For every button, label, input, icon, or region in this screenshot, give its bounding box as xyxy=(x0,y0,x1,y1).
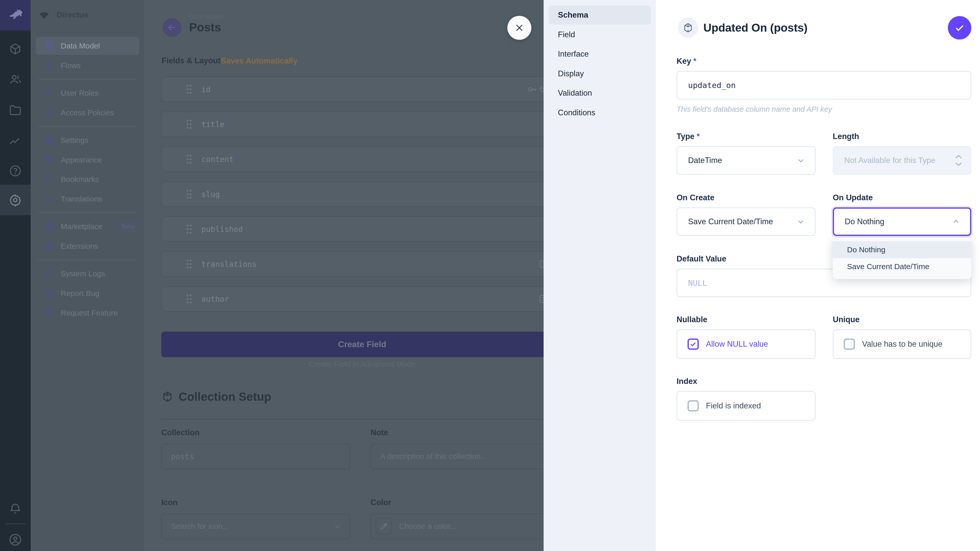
field-row-published[interactable]: published xyxy=(161,216,544,242)
collection-input[interactable]: posts xyxy=(161,444,350,469)
sidebar-item-label: Flows xyxy=(61,61,81,70)
sidebar-item-system-logs[interactable]: System Logs xyxy=(36,265,139,283)
sidebar-item-bookmarks[interactable]: Bookmarks xyxy=(36,170,139,188)
length-input: Not Available for this Type xyxy=(833,146,971,175)
icon-placeholder: Search for icon... xyxy=(171,522,229,530)
bug-icon xyxy=(44,288,55,299)
extensions-icon xyxy=(44,241,55,251)
sidebar-item-data-model[interactable]: Data Model xyxy=(36,37,139,55)
index-checkbox-label: Field is indexed xyxy=(706,401,761,410)
default-value-placeholder: NULL xyxy=(688,278,707,287)
icon-label: Icon xyxy=(161,498,178,507)
nullable-checkbox-label: Allow NULL value xyxy=(706,340,768,349)
sidebar-item-appearance[interactable]: Appearance xyxy=(36,151,139,169)
field-row-translations[interactable]: translations xyxy=(161,251,544,277)
checkbox-unchecked-icon[interactable] xyxy=(844,338,855,350)
sidebar-item-user-roles[interactable]: User Roles xyxy=(36,84,139,102)
field-key: slug xyxy=(201,190,220,199)
bookmark-icon xyxy=(44,174,55,185)
tab-field[interactable]: Field xyxy=(549,25,651,44)
sidebar-item-label: Request Feature xyxy=(61,309,118,318)
color-placeholder: Choose a color... xyxy=(399,522,457,530)
drawer-header-icon-button[interactable] xyxy=(678,17,698,38)
sidebar-item-flows[interactable]: Flows xyxy=(36,57,139,75)
drawer-nav: Schema Field Interface Display Validatio… xyxy=(544,0,656,551)
notifications-bell-icon[interactable] xyxy=(0,493,30,524)
field-row-id[interactable]: id xyxy=(161,76,544,102)
checkbox-checked-icon[interactable] xyxy=(687,338,699,350)
content-module-icon[interactable] xyxy=(0,34,30,64)
on-update-select[interactable]: Do Nothing xyxy=(833,207,971,236)
nullable-label: Nullable xyxy=(676,315,708,324)
eyedropper-icon[interactable] xyxy=(375,518,392,534)
users-module-icon[interactable] xyxy=(0,64,30,95)
files-module-icon[interactable] xyxy=(0,95,30,125)
index-checkbox-box[interactable]: Field is indexed xyxy=(676,391,816,421)
directus-logo[interactable] xyxy=(0,0,30,30)
sidebar-item-label: User Roles xyxy=(61,89,99,97)
sidebar-divider xyxy=(38,259,137,260)
default-value-label: Default Value xyxy=(676,254,726,264)
drag-handle-icon xyxy=(186,224,192,235)
field-row-title[interactable]: title* xyxy=(161,111,544,137)
sidebar-item-label: System Logs xyxy=(61,269,105,278)
type-select[interactable]: DateTime xyxy=(676,146,816,175)
tab-conditions[interactable]: Conditions xyxy=(549,103,651,122)
collection-setup-heading: Collection Setup xyxy=(161,390,271,403)
sidebar-item-settings[interactable]: Settings xyxy=(36,131,139,149)
chevron-up-icon xyxy=(951,216,961,227)
field-row-content[interactable]: content* xyxy=(161,146,544,172)
tab-schema[interactable]: Schema xyxy=(549,6,651,24)
breadcrumb[interactable]: Data Model xyxy=(189,13,223,21)
create-field-advanced-link[interactable]: Create Field in Advanced Mode xyxy=(161,357,544,372)
tab-display[interactable]: Display xyxy=(549,64,651,83)
length-label: Length xyxy=(833,132,859,141)
user-avatar-icon[interactable] xyxy=(0,524,30,551)
sidebar-item-marketplace[interactable]: Marketplace Beta xyxy=(36,218,139,235)
nullable-checkbox-box[interactable]: Allow NULL value xyxy=(676,329,816,359)
note-label: Note xyxy=(371,428,388,437)
unique-checkbox-box[interactable]: Value has to be unique xyxy=(833,329,971,359)
settings-module-icon[interactable] xyxy=(0,185,30,215)
checkbox-unchecked-icon[interactable] xyxy=(687,400,699,411)
shield-user-icon xyxy=(44,107,55,118)
save-button[interactable] xyxy=(948,16,971,40)
sidebar-item-request-feature[interactable]: Request Feature xyxy=(36,304,139,322)
sidebar-item-extensions[interactable]: Extensions xyxy=(36,237,139,255)
database-icon xyxy=(44,41,55,51)
required-star: * xyxy=(694,57,697,65)
note-input[interactable]: A description of this collection... xyxy=(371,444,544,469)
menu-option-do-nothing[interactable]: Do Nothing xyxy=(833,241,971,258)
user-roles-icon xyxy=(44,88,55,98)
create-field-button[interactable]: Create Field xyxy=(161,332,544,357)
tab-interface[interactable]: Interface xyxy=(549,44,651,64)
directus-settings-field-drawer: Directus Data Model Flows User Roles Acc… xyxy=(0,0,980,551)
sidebar-item-report-bug[interactable]: Report Bug xyxy=(36,284,139,302)
sidebar-divider xyxy=(38,212,137,213)
number-stepper[interactable] xyxy=(954,154,963,167)
help-module-icon[interactable] xyxy=(0,156,30,186)
menu-option-save-current[interactable]: Save Current Date/Time xyxy=(833,258,971,275)
on-update-label: On Update xyxy=(833,193,873,202)
project-chip[interactable]: Directus xyxy=(38,6,138,24)
key-input[interactable]: updated_on xyxy=(676,71,971,100)
fields-layout-label: Fields & Layout xyxy=(162,56,221,65)
color-input[interactable]: Choose a color... xyxy=(371,513,544,539)
insights-module-icon[interactable] xyxy=(0,125,30,156)
nav-sidebar: Directus Data Model Flows User Roles Acc… xyxy=(30,0,144,551)
icon-select[interactable]: Search for icon... xyxy=(161,513,350,539)
close-drawer-button[interactable] xyxy=(508,16,531,40)
chevron-down-icon xyxy=(795,216,806,227)
on-create-select[interactable]: Save Current Date/Time xyxy=(676,207,816,236)
sidebar-item-label: Data Model xyxy=(61,41,100,50)
sidebar-item-access-policies[interactable]: Access Policies xyxy=(36,104,139,122)
back-button[interactable] xyxy=(162,18,181,37)
sidebar-item-translations[interactable]: Translations xyxy=(36,190,139,208)
field-detail-drawer: Updated On (posts) Key * updated_on This… xyxy=(656,0,980,551)
field-row-slug[interactable]: slug xyxy=(161,181,544,207)
tab-validation[interactable]: Validation xyxy=(549,84,651,103)
sidebar-item-label: Bookmarks xyxy=(61,175,99,184)
field-row-author[interactable]: author xyxy=(161,286,544,312)
color-label: Color xyxy=(371,498,391,507)
type-value: DateTime xyxy=(688,156,722,165)
